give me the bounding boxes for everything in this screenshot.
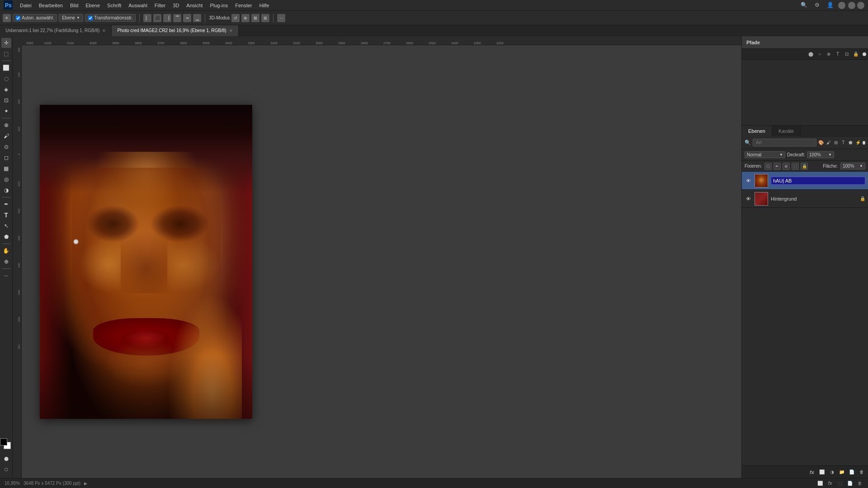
pfade-tool-1[interactable]: ⬤ bbox=[807, 50, 815, 58]
pen-tool[interactable]: ✒ bbox=[1, 199, 11, 209]
blend-mode-dropdown[interactable]: Normal ▼ bbox=[745, 151, 785, 158]
layer-name-edit-0[interactable] bbox=[771, 177, 865, 185]
status-icon-4[interactable]: 📄 bbox=[846, 480, 854, 487]
align-top-icon[interactable]: ▔ bbox=[173, 14, 181, 22]
hand-tool[interactable]: ✋ bbox=[1, 246, 11, 256]
layers-tool-smart[interactable]: ⚡ bbox=[855, 139, 861, 147]
layers-tool-kind[interactable]: 🎨 bbox=[818, 139, 824, 147]
quick-select-tool[interactable]: ◈ bbox=[1, 84, 11, 94]
stamp-tool[interactable]: ⊙ bbox=[1, 142, 11, 152]
marquee-tool[interactable]: ⬜ bbox=[1, 63, 11, 73]
align-bottom-icon[interactable]: ▁ bbox=[193, 14, 201, 22]
3d-scale-icon[interactable]: ⊠ bbox=[251, 14, 259, 22]
delete-layer-button[interactable]: 🗑 bbox=[857, 468, 866, 477]
tab-1[interactable]: Photo cred IMAGE2.CR2 bei 16,9% (Ebene 1… bbox=[112, 25, 238, 36]
move-tool-icon[interactable]: ✛ bbox=[3, 14, 11, 22]
status-icon-5[interactable]: 🗑 bbox=[856, 480, 863, 487]
add-mask-button[interactable]: ⬜ bbox=[817, 468, 826, 477]
layers-tool-adjust[interactable]: ⊞ bbox=[833, 139, 839, 147]
layer-item-0[interactable]: 👁 bbox=[742, 172, 868, 190]
pfade-tool-6[interactable]: 🔒 bbox=[852, 50, 860, 58]
align-left-icon[interactable]: ▏ bbox=[143, 14, 151, 22]
layer-visibility-0[interactable]: 👁 bbox=[745, 177, 752, 184]
3d-rotate-icon[interactable]: ↺ bbox=[231, 14, 240, 22]
menu-3d[interactable]: 3D bbox=[169, 0, 183, 11]
tab-0[interactable]: Unbenannt-1 bei 22,7% (Farbfüllung 1, RG… bbox=[0, 25, 112, 36]
gradient-tool[interactable]: ▦ bbox=[1, 164, 11, 174]
user-icon[interactable]: 👤 bbox=[824, 2, 836, 9]
more-options-icon[interactable]: ··· bbox=[277, 14, 285, 22]
heal-tool[interactable]: ⊕ bbox=[1, 120, 11, 130]
fx-button[interactable]: fx bbox=[807, 468, 816, 477]
settings-icon[interactable]: ⚙ bbox=[812, 2, 822, 9]
win-close[interactable] bbox=[857, 2, 864, 9]
lasso-tool[interactable]: ◌ bbox=[1, 74, 11, 84]
menu-datei[interactable]: Datei bbox=[16, 0, 35, 11]
menu-schrift[interactable]: Schrift bbox=[104, 0, 125, 11]
3d-extra-icon[interactable]: ⊞ bbox=[261, 14, 269, 22]
close-tab-0[interactable]: ✕ bbox=[102, 28, 106, 33]
menu-hilfe[interactable]: Hilfe bbox=[255, 0, 273, 11]
menu-ebene[interactable]: Ebene bbox=[82, 0, 104, 11]
move-tool[interactable]: ✛ bbox=[1, 38, 11, 48]
foreground-color-swatch[interactable] bbox=[0, 438, 7, 446]
layers-search-input[interactable] bbox=[753, 139, 816, 146]
menu-bild[interactable]: Bild bbox=[66, 0, 82, 11]
align-right-icon[interactable]: ▕ bbox=[163, 14, 171, 22]
new-group-button[interactable]: 📁 bbox=[837, 468, 846, 477]
new-adjustment-button[interactable]: ◑ bbox=[827, 468, 836, 477]
flaeche-dropdown[interactable]: 100% ▼ bbox=[840, 163, 865, 169]
status-icon-3[interactable]: ⬚ bbox=[836, 480, 844, 487]
menu-auswahl[interactable]: Auswahl bbox=[125, 0, 151, 11]
new-layer-button[interactable]: 📄 bbox=[847, 468, 856, 477]
tab-ebenen[interactable]: Ebenen bbox=[742, 126, 772, 136]
menu-plugins[interactable]: Plug-ins bbox=[206, 0, 231, 11]
layers-tool-pixel[interactable]: 🖌 bbox=[826, 139, 831, 147]
text-tool[interactable]: T bbox=[1, 210, 11, 220]
artboard-tool[interactable]: ⬚ bbox=[1, 49, 11, 59]
align-center-v-icon[interactable]: ━ bbox=[183, 14, 191, 22]
shape-tool[interactable]: ⬟ bbox=[1, 232, 11, 242]
lock-artboard-icon[interactable]: ⬚ bbox=[792, 163, 799, 170]
menu-ansicht[interactable]: Ansicht bbox=[183, 0, 206, 11]
lock-pixel-icon[interactable]: ⬡ bbox=[764, 163, 772, 170]
tab-kanaele[interactable]: Kanäle bbox=[772, 126, 801, 136]
auto-select-checkbox[interactable]: Auton. auswähl. bbox=[13, 14, 57, 22]
3d-move-icon[interactable]: ⊕ bbox=[241, 14, 250, 22]
menu-filter[interactable]: Filter bbox=[151, 0, 169, 11]
layers-tool-type[interactable]: T bbox=[840, 139, 846, 147]
screen-mode-btn[interactable]: ⬡ bbox=[1, 465, 11, 474]
menu-fenster[interactable]: Fenster bbox=[231, 0, 255, 11]
align-center-h-icon[interactable]: ⬛ bbox=[153, 14, 161, 22]
status-icon-1[interactable]: ⬜ bbox=[816, 480, 824, 487]
blur-tool[interactable]: ◎ bbox=[1, 174, 11, 184]
path-select-tool[interactable]: ↖ bbox=[1, 221, 11, 231]
more-tools[interactable]: ··· bbox=[1, 271, 11, 281]
close-tab-1[interactable]: ✕ bbox=[229, 28, 233, 33]
lock-all-icon[interactable]: 🔒 bbox=[801, 163, 808, 170]
pfade-tool-4[interactable]: T bbox=[834, 50, 842, 58]
win-minimize[interactable] bbox=[838, 2, 845, 9]
transformations-checkbox[interactable]: Transformationsstr. bbox=[85, 14, 136, 22]
opacity-value-dropdown[interactable]: 100% ▼ bbox=[807, 151, 834, 158]
pfade-tool-3[interactable]: ⊕ bbox=[825, 50, 833, 58]
fx-status-btn[interactable]: fx bbox=[826, 480, 834, 487]
status-arrow[interactable]: ▶ bbox=[84, 481, 87, 486]
crop-tool[interactable]: ⊡ bbox=[1, 95, 11, 105]
layers-tool-shape[interactable]: ⬟ bbox=[848, 139, 854, 147]
pfade-tool-5[interactable]: ⊡ bbox=[843, 50, 851, 58]
pfade-tool-2[interactable]: ○ bbox=[816, 50, 824, 58]
search-icon-top[interactable]: 🔍 bbox=[798, 2, 810, 9]
zoom-tool[interactable]: ⊕ bbox=[1, 257, 11, 267]
dodge-tool[interactable]: ◑ bbox=[1, 185, 11, 195]
layer-item-1[interactable]: 👁 Hintergrund 🔒 bbox=[742, 190, 868, 208]
brush-tool[interactable]: 🖌 bbox=[1, 131, 11, 141]
layer-visibility-1[interactable]: 👁 bbox=[745, 195, 752, 202]
quick-mask-btn[interactable]: ⬤ bbox=[1, 454, 11, 464]
lock-draw-icon[interactable]: ✒ bbox=[774, 163, 781, 170]
eraser-tool[interactable]: ◻ bbox=[1, 153, 11, 163]
lock-move-icon[interactable]: ⊕ bbox=[783, 163, 790, 170]
menu-bearbeiten[interactable]: Bearbeiten bbox=[35, 0, 66, 11]
ebene-dropdown[interactable]: Ebene ▼ bbox=[59, 14, 83, 22]
eyedrop-tool[interactable]: ✦ bbox=[1, 106, 11, 116]
